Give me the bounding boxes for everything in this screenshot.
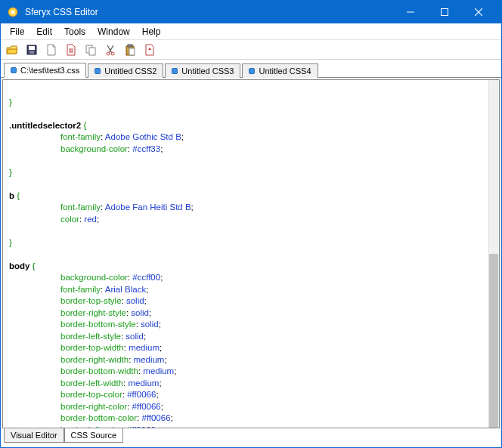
new-icon[interactable]: [43, 42, 60, 58]
toolbar: [1, 40, 501, 60]
css-prop: color: [60, 215, 79, 224]
css-prop: border-left-width: [60, 378, 123, 388]
css-val: #ccff33: [132, 144, 160, 153]
brace-close: }: [9, 238, 12, 247]
css-val: #ff0066: [127, 425, 156, 428]
css-prop: border-top-width: [60, 343, 124, 352]
css-prop: border-top-style: [60, 296, 122, 305]
svg-rect-8: [29, 51, 34, 54]
css-prop: font-family: [60, 202, 101, 212]
menu-edit[interactable]: Edit: [30, 25, 58, 39]
menu-tools[interactable]: Tools: [58, 25, 91, 39]
tab-visual-editor[interactable]: Visual Editor: [4, 428, 64, 443]
css-val: medium: [128, 378, 159, 388]
css-val: solid: [141, 320, 159, 329]
svg-rect-20: [129, 48, 135, 55]
css-val: solid: [126, 296, 144, 305]
css-prop: border-bottom-style: [60, 320, 136, 329]
svg-rect-13: [89, 48, 95, 55]
menubar: File Edit Tools Window Help: [1, 23, 501, 40]
brace-open: {: [14, 191, 20, 200]
tab-label: Untitled CSS4: [259, 66, 311, 76]
css-val: red: [84, 215, 97, 224]
save-icon[interactable]: [23, 42, 40, 58]
css-val: solid: [126, 332, 144, 341]
tab-untitled3[interactable]: Untitled CSS3: [165, 63, 240, 78]
selector: .untitledselector2: [9, 121, 81, 130]
menu-help[interactable]: Help: [136, 25, 167, 39]
export-icon[interactable]: [141, 42, 158, 58]
file-icon: [11, 67, 17, 73]
css-prop: background-color: [60, 144, 128, 153]
css-prop: border-left-style: [60, 332, 121, 341]
open-icon[interactable]: [4, 42, 20, 58]
tab-label: Untitled CSS2: [104, 66, 156, 76]
css-prop: border-bottom-color: [60, 413, 137, 422]
view-tabs: Visual Editor CSS Source: [1, 428, 501, 446]
app-icon: [7, 6, 19, 18]
css-val: Arial Black: [105, 285, 146, 294]
scrollbar[interactable]: [488, 80, 499, 428]
css-prop: font-family: [60, 132, 101, 141]
tab-untitled4[interactable]: Untitled CSS4: [242, 63, 318, 78]
css-prop: border-right-style: [60, 308, 126, 317]
brace-open: {: [29, 261, 35, 270]
svg-rect-7: [29, 46, 35, 50]
css-val: #ff0066: [132, 402, 161, 411]
svg-point-17: [111, 52, 114, 55]
cut-icon[interactable]: [102, 42, 119, 58]
menu-window[interactable]: Window: [91, 25, 136, 39]
selector: b: [9, 191, 14, 200]
tab-label: Untitled CSS3: [181, 66, 234, 76]
new-css-icon[interactable]: [63, 42, 79, 58]
close-button[interactable]: [461, 1, 495, 23]
tab-label: C:\test\test3.css: [20, 66, 79, 75]
css-val: #ff0066: [141, 413, 170, 422]
css-val: medium: [143, 366, 174, 375]
svg-rect-3: [441, 9, 448, 16]
paste-icon[interactable]: [122, 42, 138, 58]
tab-test3[interactable]: C:\test\test3.css: [4, 63, 86, 78]
copy-icon[interactable]: [82, 42, 99, 58]
css-prop: border-bottom-width: [60, 366, 138, 375]
css-val: Adobe Fan Heiti Std B: [105, 202, 191, 212]
css-val: Adobe Gothic Std B: [105, 132, 181, 141]
menu-file[interactable]: File: [4, 25, 30, 39]
brace-open: {: [81, 121, 86, 130]
file-icon: [249, 68, 255, 74]
css-val: solid: [131, 308, 149, 317]
file-icon: [172, 68, 178, 74]
brace-close: }: [9, 97, 12, 107]
code-editor[interactable]: } .untitledselector2 { font-family: Adob…: [3, 80, 488, 428]
svg-rect-19: [128, 45, 132, 47]
brace-close: }: [9, 168, 12, 177]
file-icon: [95, 68, 101, 74]
css-prop: border-top-color: [60, 390, 122, 399]
scrollbar-thumb[interactable]: [489, 254, 498, 428]
document-tabs: C:\test\test3.css Untitled CSS2 Untitled…: [1, 60, 501, 78]
css-val: #ccff00: [132, 273, 160, 282]
css-val: #ff0066: [127, 390, 156, 399]
tab-untitled2[interactable]: Untitled CSS2: [88, 63, 163, 78]
minimize-button[interactable]: [393, 1, 427, 23]
css-prop: border-right-width: [60, 355, 129, 364]
svg-point-16: [107, 52, 110, 55]
css-prop: background-color: [60, 273, 128, 282]
selector: body: [9, 261, 29, 270]
maximize-button[interactable]: [427, 1, 461, 23]
css-val: medium: [134, 355, 165, 364]
tab-css-source[interactable]: CSS Source: [64, 428, 124, 443]
css-prop: font-family: [60, 285, 101, 294]
titlebar: Sferyx CSS Editor: [1, 1, 501, 23]
css-prop: border-right-color: [60, 402, 127, 411]
editor-wrap: } .untitledselector2 { font-family: Adob…: [2, 79, 500, 428]
css-val: medium: [129, 343, 160, 352]
window-title: Sferyx CSS Editor: [25, 7, 393, 17]
css-prop: border-left-color: [60, 425, 122, 428]
svg-point-1: [11, 11, 15, 14]
